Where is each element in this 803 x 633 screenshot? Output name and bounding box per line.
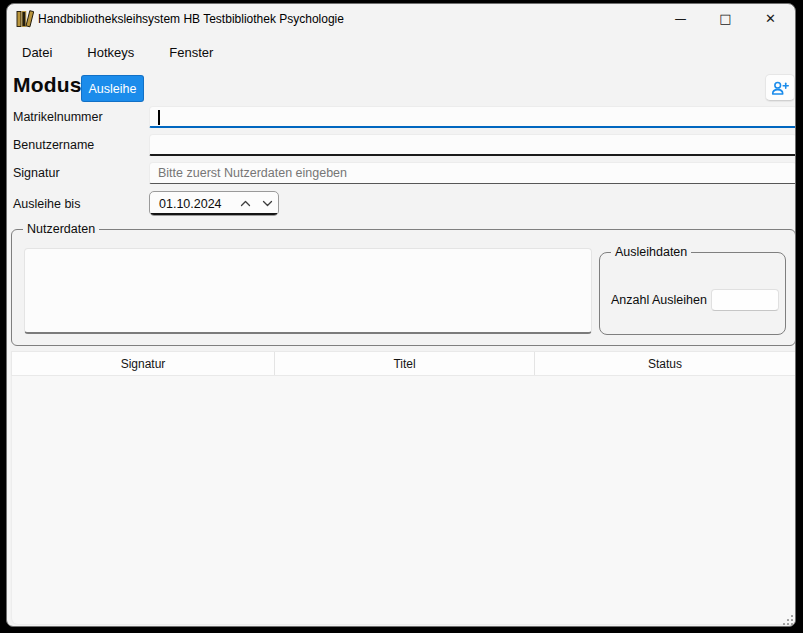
chevron-up-icon bbox=[240, 200, 251, 207]
close-button[interactable]: ✕ bbox=[748, 4, 793, 33]
menu-item-hotkeys[interactable]: Hotkeys bbox=[84, 43, 137, 62]
chevron-down-icon bbox=[262, 200, 273, 207]
minimize-icon: — bbox=[675, 13, 687, 25]
date-value[interactable]: 01.10.2024 bbox=[150, 197, 234, 211]
matrikelnummer-label: Matrikelnummer bbox=[13, 106, 145, 128]
add-user-icon bbox=[769, 78, 791, 98]
window-title: Handbibliotheksleihsystem HB Testbibliot… bbox=[38, 4, 344, 34]
anzahl-ausleihen-label: Anzahl Ausleihen bbox=[611, 293, 707, 307]
menu-item-fenster[interactable]: Fenster bbox=[166, 43, 216, 62]
signatur-label: Signatur bbox=[13, 162, 145, 184]
resize-grip[interactable] bbox=[781, 613, 793, 625]
benutzername-input[interactable] bbox=[149, 134, 796, 156]
menu-item-datei[interactable]: Datei bbox=[19, 43, 55, 62]
app-window: Handbibliotheksleihsystem HB Testbibliot… bbox=[6, 3, 796, 627]
column-header-signatur[interactable]: Signatur bbox=[12, 352, 275, 375]
minimize-button[interactable]: — bbox=[658, 4, 703, 33]
column-header-status[interactable]: Status bbox=[535, 352, 795, 375]
menubar: Datei Hotkeys Fenster bbox=[19, 40, 216, 64]
date-decrement-button[interactable] bbox=[256, 193, 278, 214]
nutzerdaten-group-title: Nutzerdaten bbox=[23, 222, 99, 237]
app-icon bbox=[16, 10, 34, 28]
ausleihdaten-groupbox: Ausleihdaten Anzahl Ausleihen bbox=[599, 252, 786, 335]
add-user-button[interactable] bbox=[765, 74, 795, 101]
maximize-icon: □ bbox=[719, 12, 731, 25]
maximize-button[interactable]: □ bbox=[703, 4, 748, 33]
nutzerdaten-groupbox: Nutzerdaten Ausleihdaten Anzahl Ausleihe… bbox=[11, 229, 796, 346]
mode-ausleihe-button[interactable]: Ausleihe bbox=[81, 75, 144, 102]
date-underline bbox=[151, 213, 277, 215]
window-controls: — □ ✕ bbox=[658, 4, 793, 33]
signatur-input[interactable] bbox=[149, 162, 796, 184]
ausleihdaten-group-title: Ausleihdaten bbox=[611, 245, 691, 260]
anzahl-ausleihen-input[interactable] bbox=[711, 289, 779, 311]
date-increment-button[interactable] bbox=[234, 193, 256, 214]
table-header: Signatur Titel Status bbox=[11, 351, 796, 376]
text-cursor bbox=[158, 110, 160, 125]
ausleihe-bis-date-spinner[interactable]: 01.10.2024 bbox=[149, 191, 279, 216]
column-header-titel[interactable]: Titel bbox=[275, 352, 535, 375]
ausleihe-bis-label: Ausleihe bis bbox=[13, 193, 145, 215]
matrikelnummer-input[interactable] bbox=[149, 106, 796, 128]
table-body-empty bbox=[11, 376, 796, 625]
close-icon: ✕ bbox=[765, 12, 776, 25]
titlebar: Handbibliotheksleihsystem HB Testbibliot… bbox=[7, 4, 795, 34]
benutzername-label: Benutzername bbox=[13, 134, 145, 156]
nutzerdaten-textarea[interactable] bbox=[24, 248, 592, 334]
mode-label: Modus bbox=[13, 73, 82, 97]
